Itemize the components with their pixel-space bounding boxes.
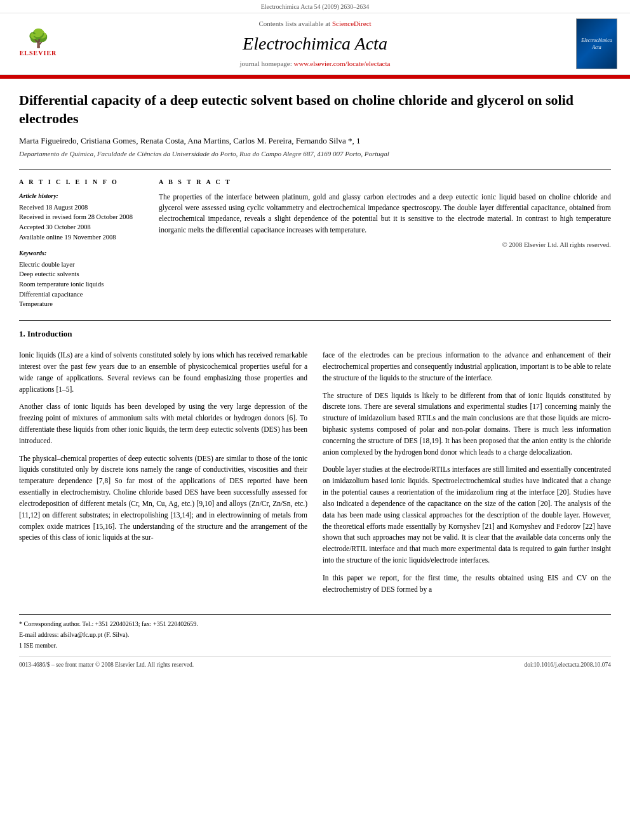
body-para-6: Double layer studies at the electrode/RT… [323, 464, 611, 566]
info-abstract-section: A R T I C L E I N F O Article history: R… [19, 178, 611, 310]
article-title: Differential capacity of a deep eutectic… [19, 91, 611, 128]
revised-date: Received in revised form 28 October 2008 [19, 213, 146, 222]
introduction-heading: 1. Introduction [19, 328, 611, 340]
contents-label: Contents lists available at [258, 20, 330, 27]
article-info-col: A R T I C L E I N F O Article history: R… [19, 178, 146, 310]
footnote-1: 1 ISE member. [19, 641, 611, 650]
affiliation-line: Departamento de Química, Faculdade de Ci… [19, 149, 611, 159]
body-two-col: Ionic liquids (ILs) are a kind of solven… [19, 350, 611, 601]
keyword-1: Electric double layer [19, 260, 146, 270]
keyword-4: Differential capacitance [19, 290, 146, 300]
homepage-url[interactable]: www.elsevier.com/locate/electacta [293, 60, 390, 67]
keywords-section: Keywords: Electric double layer Deep eut… [19, 249, 146, 309]
cover-thumbnail: Electrochimica Acta [576, 18, 617, 69]
footer-bottom: 0013-4686/$ – see front matter © 2008 El… [19, 657, 611, 669]
elsevier-logo: 🌳 ELSEVIER [13, 30, 64, 58]
body-para-7: In this paper we report, for the first t… [323, 573, 611, 596]
section-number: 1. [19, 329, 25, 338]
issn-text: 0013-4686/$ – see front matter © 2008 El… [19, 661, 194, 669]
keyword-5: Temperature [19, 300, 146, 309]
journal-homepage: journal homepage: www.elsevier.com/locat… [64, 59, 566, 69]
journal-top-bar: Electrochimica Acta 54 (2009) 2630–2634 [0, 0, 630, 13]
sciencedirect-link[interactable]: ScienceDirect [332, 20, 372, 27]
sciencedirect-line: Contents lists available at ScienceDirec… [64, 19, 566, 29]
divider-2 [19, 320, 611, 321]
footer-section: * Corresponding author. Tel.: +351 22040… [19, 614, 611, 669]
authors-line: Marta Figueiredo, Cristiana Gomes, Renat… [19, 135, 611, 147]
journal-center: Contents lists available at ScienceDirec… [64, 19, 566, 69]
abstract-col: A B S T R A C T The properties of the in… [159, 178, 611, 310]
journal-title: Electrochimica Acta [64, 31, 566, 56]
available-date: Available online 19 November 2008 [19, 233, 146, 243]
elsevier-label: ELSEVIER [20, 49, 57, 58]
article-content: Differential capacity of a deep eutectic… [0, 79, 630, 683]
journal-cover-image: Electrochimica Acta [566, 18, 617, 69]
divider-1 [19, 170, 611, 170]
body-para-4: face of the electrodes can be precious i… [323, 350, 611, 383]
keywords-label: Keywords: [19, 249, 146, 258]
body-para-2: Another class of ionic liquids has been … [19, 401, 307, 446]
footnote-star: * Corresponding author. Tel.: +351 22040… [19, 620, 611, 629]
doi-text: doi:10.1016/j.electacta.2008.10.074 [525, 661, 611, 669]
elsevier-tree-icon: 🌳 [27, 30, 50, 48]
accepted-date: Accepted 30 October 2008 [19, 223, 146, 232]
section-title-text: Introduction [27, 329, 72, 338]
footnote-email: E-mail address: afsilva@fc.up.pt (F. Sil… [19, 630, 611, 639]
journal-header: Electrochimica Acta 54 (2009) 2630–2634 … [0, 0, 630, 79]
keyword-2: Deep eutectic solvents [19, 270, 146, 279]
received-date: Received 18 August 2008 [19, 203, 146, 213]
body-para-5: The structure of DES liquids is likely t… [323, 390, 611, 458]
history-label: Article history: [19, 192, 146, 201]
keyword-3: Room temperature ionic liquids [19, 280, 146, 290]
abstract-label: A B S T R A C T [159, 178, 611, 187]
body-right-col: face of the electrodes can be precious i… [323, 350, 611, 601]
journal-main-header: 🌳 ELSEVIER Contents lists available at S… [0, 13, 630, 75]
body-left-col: Ionic liquids (ILs) are a kind of solven… [19, 350, 307, 601]
body-para-1: Ionic liquids (ILs) are a kind of solven… [19, 350, 307, 395]
body-para-3: The physical–chemical properties of deep… [19, 453, 307, 544]
page: Electrochimica Acta 54 (2009) 2630–2634 … [0, 0, 630, 840]
homepage-label: journal homepage: [240, 60, 292, 67]
article-info-label: A R T I C L E I N F O [19, 178, 146, 187]
journal-citation: Electrochimica Acta 54 (2009) 2630–2634 [261, 3, 370, 10]
red-accent-bar [0, 75, 630, 77]
abstract-text: The properties of the interface between … [159, 192, 611, 236]
copyright-line: © 2008 Elsevier Ltd. All rights reserved… [159, 241, 611, 250]
